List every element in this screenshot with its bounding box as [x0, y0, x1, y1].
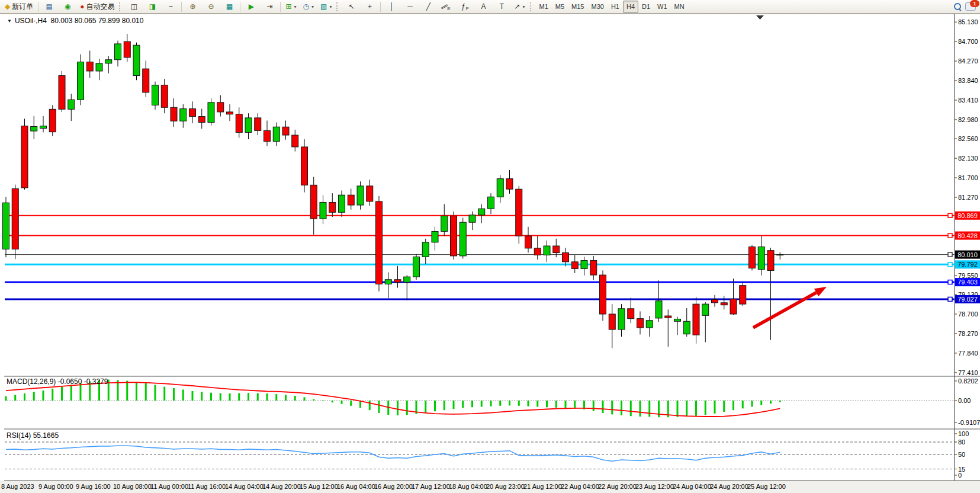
candle-body — [451, 216, 457, 255]
candle-body — [683, 321, 690, 334]
price-tick-label: 82.980 — [958, 116, 978, 123]
candle-body — [767, 251, 774, 271]
text-label-button[interactable]: T — [493, 1, 510, 13]
timeframe-button-M30[interactable]: M30 — [587, 1, 607, 13]
chart-shift-icon: ⇥ — [266, 3, 272, 10]
candle-body — [59, 76, 65, 110]
mt4-application: ◆ 新订单 ▤ ◉ ● 自动交易 ◫ ◨ ~ ⊕ ⊖ ▦ — [0, 0, 980, 493]
candle-body — [367, 186, 373, 201]
candle-body — [264, 130, 271, 141]
fibonacci-button[interactable]: ƒ F — [456, 1, 474, 13]
cursor-button[interactable]: ↖ — [342, 1, 360, 13]
candle-body — [385, 280, 391, 284]
candle-body — [86, 62, 93, 71]
search-icon-handle — [959, 8, 962, 11]
candle-body — [637, 319, 644, 328]
candle-body — [68, 100, 75, 109]
chart-canvas[interactable]: 85.13084.70084.27083.84083.41082.98082.5… — [0, 14, 980, 493]
candle-body — [282, 127, 289, 135]
candle-body — [600, 275, 606, 314]
search-icon[interactable] — [954, 3, 962, 11]
candle-body — [740, 286, 746, 304]
market-watch-button[interactable]: ▤ — [40, 1, 58, 13]
zoom-out-icon: ⊖ — [208, 3, 214, 10]
candle-body — [348, 195, 354, 205]
time-tick-label: 21 Aug 12:00 — [523, 483, 562, 490]
signal-button[interactable]: ◉ — [59, 1, 76, 13]
time-tick-label: 23 Aug 12:00 — [635, 483, 674, 490]
text-button[interactable]: A — [474, 1, 492, 13]
candle-body — [357, 186, 364, 205]
tile-windows-button[interactable]: ▦ — [220, 1, 238, 13]
candle-body — [115, 44, 121, 60]
candle-body — [3, 203, 9, 249]
vertical-line-button[interactable]: │ — [383, 1, 400, 13]
candle-body — [749, 247, 756, 268]
timeframe-button-M1[interactable]: M1 — [536, 1, 552, 13]
candle-body — [460, 222, 466, 256]
zoom-in-button[interactable]: ⊕ — [184, 1, 201, 13]
equidistant-channel-button[interactable]: ∥ E — [438, 1, 455, 13]
price-tick-label: 85.130 — [958, 18, 978, 25]
bar-chart-button[interactable]: ◫ — [125, 1, 143, 13]
candle-body — [96, 63, 102, 71]
macd-tick-label: 0.8202 — [958, 377, 978, 385]
time-tick-label: 16 Aug 04:00 — [337, 483, 375, 490]
time-tick-label: 24 Aug 20:00 — [710, 483, 748, 490]
price-tick-label: 77.410 — [958, 369, 978, 376]
templates-button[interactable]: ▧ ▾ — [317, 1, 335, 13]
horizontal-line-icon: ─ — [407, 3, 413, 10]
candlestick-chart-button[interactable]: ◨ — [143, 1, 161, 13]
price-tick-label: 81.700 — [958, 174, 978, 181]
candle-body — [646, 321, 653, 328]
timeframe-button-MN[interactable]: MN — [671, 1, 688, 13]
auto-trading-icon: ● — [80, 3, 84, 10]
separator — [380, 2, 381, 12]
candle-body — [693, 304, 699, 335]
candle-body — [133, 45, 140, 75]
timeframe-button-D1[interactable]: D1 — [638, 1, 654, 13]
crosshair-button[interactable]: + — [361, 1, 378, 13]
candle-body — [49, 109, 56, 132]
timeframe-button-H4[interactable]: H4 — [623, 1, 638, 13]
horizontal-line-button[interactable]: ─ — [401, 1, 419, 13]
candle-body — [273, 127, 279, 142]
candle-body — [609, 314, 615, 329]
candle-body — [563, 253, 569, 262]
notifications-chat-icon[interactable]: 1 — [965, 2, 976, 11]
candlestick-chart-icon: ◨ — [149, 3, 156, 10]
candle-body — [227, 112, 233, 114]
chart-shift-button[interactable]: ⇥ — [261, 1, 278, 13]
new-order-icon: ◆ — [5, 3, 10, 10]
candle-body — [441, 216, 448, 231]
candle-body — [581, 261, 587, 269]
auto-scroll-button[interactable]: ▶ — [242, 1, 260, 13]
symbol-ohlc-label: USOil-,H4 80.003 80.065 79.899 80.010 — [15, 17, 144, 25]
time-tick-label: 18 Aug 04:00 — [449, 483, 487, 490]
arrows-button[interactable]: ↗ ▾ — [511, 1, 528, 13]
symbol-dropdown-icon[interactable]: ▼ — [7, 18, 12, 24]
time-tick-label: 24 Aug 04:00 — [673, 483, 711, 490]
vertical-line-icon: │ — [390, 3, 394, 10]
indicators-button[interactable]: ⊞ ▾ — [282, 1, 299, 13]
symbol-bar[interactable]: ▼ USOil-,H4 80.003 80.065 79.899 80.010 — [7, 17, 143, 25]
timeframe-button-W1[interactable]: W1 — [654, 1, 671, 13]
trendline-button[interactable]: ╱ — [419, 1, 437, 13]
auto-trading-button[interactable]: ● 自动交易 — [77, 1, 117, 13]
toolbar: ◆ 新订单 ▤ ◉ ● 自动交易 ◫ ◨ ~ ⊕ ⊖ ▦ — [0, 0, 980, 14]
line-chart-button[interactable]: ~ — [162, 1, 179, 13]
svg-text:80.010: 80.010 — [957, 251, 978, 258]
timeframe-button-M15[interactable]: M15 — [568, 1, 587, 13]
candle-body — [702, 304, 709, 315]
time-tick-label: 9 Aug 00:00 — [38, 483, 73, 490]
candle-body — [217, 103, 224, 112]
timeframe-button-M5[interactable]: M5 — [552, 1, 568, 13]
new-order-button[interactable]: ◆ 新订单 — [2, 1, 36, 13]
periods-button[interactable]: ◷ ▾ — [300, 1, 317, 13]
zoom-out-button[interactable]: ⊖ — [202, 1, 220, 13]
timeframe-button-H1[interactable]: H1 — [608, 1, 623, 13]
time-axis-labels: 8 Aug 20239 Aug 00:009 Aug 16:0010 Aug 0… — [1, 483, 786, 490]
time-tick-label: 22 Aug 04:00 — [561, 483, 599, 490]
chart-window[interactable]: 85.13084.70084.27083.84083.41082.98082.5… — [0, 14, 980, 493]
candle-body — [404, 277, 410, 282]
